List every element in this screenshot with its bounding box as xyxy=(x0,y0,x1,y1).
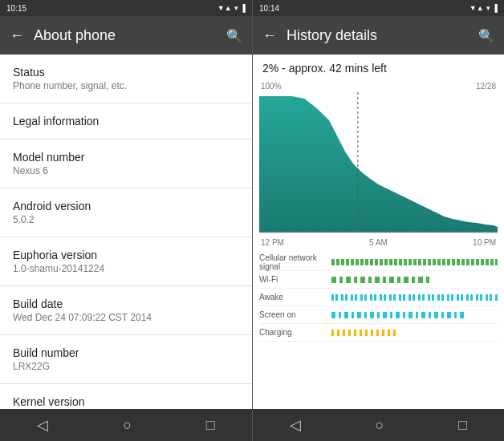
charging-label: Charging xyxy=(259,328,331,337)
legal-label: Legal information xyxy=(13,115,239,127)
battery-percent-text: 2% - approx. 42 mins left xyxy=(262,62,387,75)
list-item-model[interactable]: Model number Nexus 6 xyxy=(0,140,252,188)
right-back-button[interactable]: ← xyxy=(262,27,277,44)
svg-marker-0 xyxy=(259,96,498,233)
left-status-icons: ▼▲ ▾ ▐ xyxy=(217,4,246,12)
list-item-buildnumber[interactable]: Build number LRX22G xyxy=(0,335,252,384)
kernel-label: Kernel version xyxy=(13,395,239,408)
chart-x-labels: 12 PM 5 AM 10 PM xyxy=(259,237,498,247)
status-value: Phone number, signal, etc. xyxy=(13,80,239,91)
right-toolbar: ← History details 🔍 xyxy=(253,16,504,55)
wifi-bar xyxy=(331,274,498,285)
right-search-button[interactable]: 🔍 xyxy=(478,28,494,43)
chart-100-label: 100% xyxy=(261,82,282,91)
right-panel: 10:14 ▼▲ ▾ ▐ ← History details 🔍 2% - ap… xyxy=(252,0,504,441)
left-search-button[interactable]: 🔍 xyxy=(226,28,242,43)
list-item-kernel[interactable]: Kernel version 3.10.40-franco.Kernel roo… xyxy=(0,384,252,409)
list-item-euphoria[interactable]: Euphoria version 1.0-shamu-20141224 xyxy=(0,237,252,286)
metric-screen: Screen on xyxy=(259,306,498,324)
list-item-builddate[interactable]: Build date Wed Dec 24 07:09:22 CST 2014 xyxy=(0,286,252,335)
cellular-bar xyxy=(331,257,498,268)
euphoria-value: 1.0-shamu-20141224 xyxy=(13,263,239,274)
buildnumber-label: Build number xyxy=(13,346,239,359)
right-home-nav[interactable]: ○ xyxy=(363,411,397,440)
list-item-status[interactable]: Status Phone number, signal, etc. xyxy=(0,55,252,103)
list-item-legal[interactable]: Legal information xyxy=(0,103,252,140)
cellular-bar-fill xyxy=(331,259,498,265)
right-battery-icon: ▐ xyxy=(493,4,498,12)
right-signal-icon: ▼▲ xyxy=(469,4,484,12)
charging-bar-fill xyxy=(331,330,398,336)
awake-bar xyxy=(331,292,498,303)
model-label: Model number xyxy=(13,151,239,164)
battery-chart-container: 100% 12/28 12 PM 5 xyxy=(253,79,504,250)
metric-charging: Charging xyxy=(259,324,498,342)
cellular-label: Cellular network signal xyxy=(259,253,331,271)
builddate-value: Wed Dec 24 07:09:22 CST 2014 xyxy=(13,312,239,323)
awake-bar-fill xyxy=(331,294,498,301)
metric-awake: Awake xyxy=(259,289,498,306)
right-nav-bar: ◁ ○ □ xyxy=(253,409,504,441)
screen-bar-fill xyxy=(331,312,465,318)
x-label-5am: 5 AM xyxy=(369,238,388,247)
left-page-title: About phone xyxy=(34,27,217,44)
left-time: 10:15 xyxy=(6,4,26,13)
list-item-android[interactable]: Android version 5.0.2 xyxy=(0,188,252,237)
settings-list: Status Phone number, signal, etc. Legal … xyxy=(0,55,252,409)
model-value: Nexus 6 xyxy=(13,165,239,176)
charging-bar xyxy=(331,327,498,338)
euphoria-label: Euphoria version xyxy=(13,249,239,261)
battery-chart xyxy=(259,92,498,237)
left-status-bar: 10:15 ▼▲ ▾ ▐ xyxy=(0,0,252,16)
right-back-nav[interactable]: ◁ xyxy=(277,410,314,440)
left-home-nav[interactable]: ○ xyxy=(110,411,144,440)
builddate-label: Build date xyxy=(13,297,239,310)
battery-header: 2% - approx. 42 mins left xyxy=(253,55,504,79)
android-value: 5.0.2 xyxy=(13,214,239,225)
back-button[interactable]: ← xyxy=(10,27,24,44)
signal-icon: ▼▲ xyxy=(217,4,232,12)
buildnumber-value: LRX22G xyxy=(13,361,239,372)
x-label-12pm: 12 PM xyxy=(261,238,284,247)
left-panel: 10:15 ▼▲ ▾ ▐ ← About phone 🔍 Status Phon… xyxy=(0,0,252,441)
right-page-title: History details xyxy=(287,27,469,44)
right-recent-nav[interactable]: □ xyxy=(445,411,480,440)
right-status-bar: 10:14 ▼▲ ▾ ▐ xyxy=(253,0,504,16)
chart-date-label: 12/28 xyxy=(476,82,496,91)
left-recent-nav[interactable]: □ xyxy=(193,411,228,440)
chart-top-labels: 100% 12/28 xyxy=(259,82,498,91)
metric-cellular: Cellular network signal xyxy=(259,253,498,271)
android-label: Android version xyxy=(13,200,239,212)
chart-svg xyxy=(259,92,498,237)
awake-label: Awake xyxy=(259,293,331,301)
metrics-list: Cellular network signal Wi-Fi Awake Scre… xyxy=(253,250,504,409)
screen-label: Screen on xyxy=(259,310,331,319)
left-back-nav[interactable]: ◁ xyxy=(24,410,61,440)
right-wifi-icon: ▾ xyxy=(486,4,490,12)
left-nav-bar: ◁ ○ □ xyxy=(0,409,252,441)
status-label: Status xyxy=(13,66,239,79)
left-toolbar: ← About phone 🔍 xyxy=(0,16,252,55)
right-status-icons: ▼▲ ▾ ▐ xyxy=(469,4,498,12)
metric-wifi: Wi-Fi xyxy=(259,271,498,289)
wifi-label: Wi-Fi xyxy=(259,275,331,284)
wifi-bar-fill xyxy=(331,277,431,283)
x-label-10pm: 10 PM xyxy=(473,238,496,247)
screen-bar xyxy=(331,310,498,321)
battery-icon: ▐ xyxy=(241,4,246,12)
right-time: 10:14 xyxy=(259,4,279,13)
wifi-icon: ▾ xyxy=(234,4,238,12)
